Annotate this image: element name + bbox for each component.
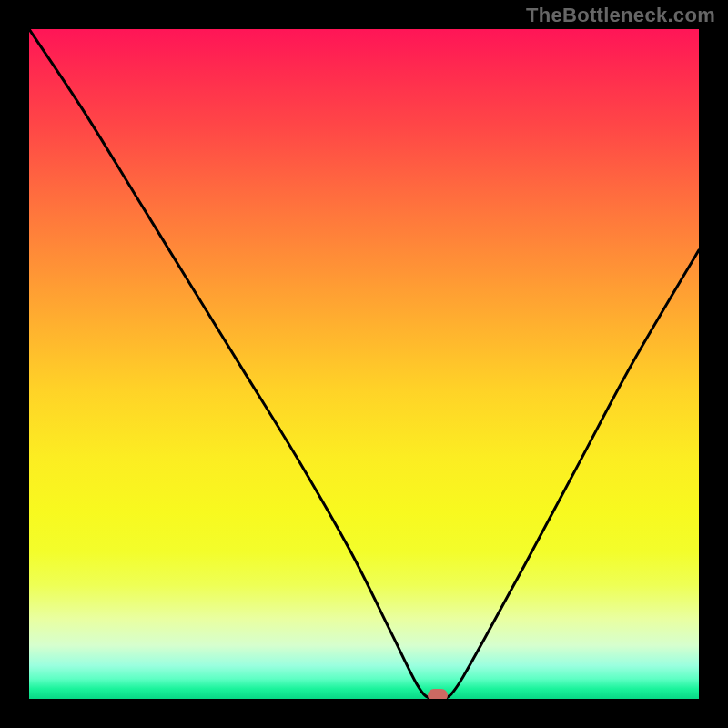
bottleneck-curve bbox=[29, 29, 699, 699]
optimal-point-marker bbox=[428, 689, 448, 699]
plot-area bbox=[29, 29, 699, 699]
chart-frame: TheBottleneck.com bbox=[0, 0, 728, 728]
watermark-text: TheBottleneck.com bbox=[526, 4, 715, 27]
